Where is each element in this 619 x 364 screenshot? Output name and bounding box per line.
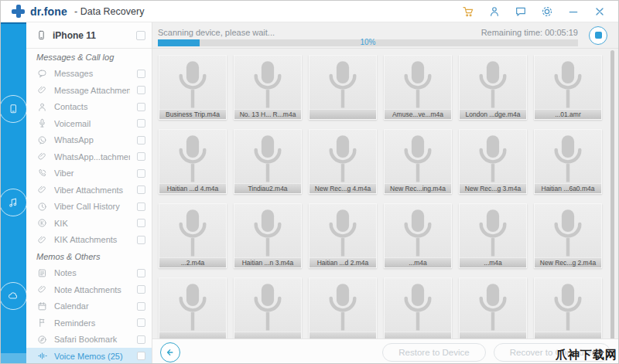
sidebar-item-notes[interactable]: Notes	[26, 265, 152, 282]
sidebar-item-kik[interactable]: KIK	[26, 215, 152, 232]
sidebar-item-viber-attachments[interactable]: Viber Attachments	[26, 182, 152, 199]
sidebar-item-kik-attachments[interactable]: KIK Attachments	[26, 232, 152, 249]
sidebar-item-viber-call-history[interactable]: Viber Call History	[26, 199, 152, 216]
sidebar-item-reminders[interactable]: Reminders	[26, 315, 152, 332]
sidebar-item-voice-memos-25[interactable]: Voice Memos (25)	[26, 348, 152, 364]
file-name: Haitian ...d 4.m4a	[159, 183, 226, 193]
file-name	[310, 332, 376, 338]
voice-memo-tile[interactable]: New Rec...g 3.m4a	[459, 129, 527, 194]
sidebar-item-safari-bookmark[interactable]: Safari Bookmark	[26, 332, 152, 349]
item-checkbox[interactable]	[137, 352, 145, 360]
voice-memo-tile[interactable]: ...m4a	[384, 203, 452, 268]
item-checkbox[interactable]	[137, 285, 145, 294]
file-name	[460, 332, 526, 338]
voice-memo-tile[interactable]: No. 13 H... R...m4a	[234, 55, 302, 120]
recover-device-icon[interactable]	[1, 95, 26, 123]
voice-memo-tile[interactable]: London ...dge.m4a	[459, 55, 527, 120]
voice-memo-tile[interactable]	[459, 277, 527, 338]
item-checkbox[interactable]	[137, 219, 145, 227]
voice-memo-tile[interactable]: New Rec...g 2.m4a	[534, 203, 602, 268]
microphone-icon	[322, 281, 364, 331]
voice-memo-tile[interactable]: Haitian ...d 2.m4a	[309, 203, 377, 268]
item-checkbox[interactable]	[137, 202, 145, 211]
sidebar-item-whatsapp[interactable]: WhatsApp	[26, 132, 152, 149]
item-checkbox[interactable]	[137, 236, 145, 244]
sidebar-item-message-attachments[interactable]: Message Attachments	[26, 82, 152, 99]
voice-memo-tile[interactable]	[309, 277, 377, 338]
file-name	[159, 332, 226, 338]
microphone-icon	[547, 133, 589, 182]
sidebar-item-calendar[interactable]: Calendar	[26, 298, 152, 315]
item-checkbox[interactable]	[137, 169, 145, 178]
voice-memo-tile[interactable]: Haitian ...d 4.m4a	[159, 129, 227, 194]
microphone-icon	[547, 281, 589, 331]
account-icon[interactable]	[487, 5, 501, 18]
item-checkbox[interactable]	[137, 119, 145, 128]
calendar-icon	[37, 301, 47, 311]
recover-icloud-icon[interactable]	[1, 282, 26, 310]
app-window: dr.fone - Data Recovery	[0, 0, 619, 364]
cart-icon[interactable]	[461, 5, 474, 18]
microphone-icon	[397, 281, 439, 331]
footer-bar: Restore to Device Recover to Computer	[152, 338, 619, 364]
sidebar-item-voicemail[interactable]: Voicemail	[26, 115, 152, 132]
microphone-icon	[322, 133, 364, 182]
voice-memo-tile[interactable]	[384, 277, 452, 338]
close-icon[interactable]	[593, 5, 606, 18]
sidebar-item-note-attachments[interactable]: Note Attachments	[26, 281, 152, 298]
microphone-icon	[172, 59, 214, 108]
item-checkbox[interactable]	[137, 152, 145, 161]
sidebar-item-viber[interactable]: Viber	[26, 165, 152, 182]
scan-status-bar: Scanning device, please wait... Remainin…	[152, 22, 619, 49]
stop-scan-button[interactable]	[589, 26, 607, 45]
voice-memo-tile[interactable]	[534, 277, 602, 338]
voice-memo-tile[interactable]	[234, 277, 302, 338]
back-button[interactable]	[160, 342, 180, 362]
item-checkbox[interactable]	[137, 136, 145, 145]
microphone-icon	[397, 59, 439, 108]
clip-icon	[37, 284, 47, 294]
item-checkbox[interactable]	[137, 302, 145, 311]
voice-memo-tile[interactable]: Amuse...ve...m4a	[384, 55, 452, 120]
item-checkbox[interactable]	[137, 318, 145, 327]
voice-memo-tile[interactable]	[309, 55, 377, 120]
microphone-icon	[172, 207, 214, 257]
item-checkbox[interactable]	[137, 70, 145, 78]
sidebar-item-messages[interactable]: Messages	[26, 66, 152, 83]
sidebar-section-header: Messages & Call log	[26, 49, 152, 66]
microphone-icon	[397, 207, 439, 257]
voice-memo-tile[interactable]: New Rec...g 4.m4a	[309, 129, 377, 194]
voice-memo-tile[interactable]: Haitian ...6a0.m4a	[534, 129, 602, 194]
voice-memo-tile[interactable]: ...m4a	[459, 203, 527, 268]
sidebar-item-whatsapp-tachments[interactable]: WhatsApp...tachments	[26, 148, 152, 165]
progress-bar: 10%	[158, 39, 578, 46]
recover-itunes-icon[interactable]	[1, 189, 26, 216]
item-checkbox[interactable]	[137, 335, 145, 344]
file-name: Haitian ...d 2.m4a	[310, 257, 376, 267]
settings-icon[interactable]	[540, 5, 553, 18]
item-checkbox[interactable]	[137, 103, 145, 111]
voice-memo-tile[interactable]	[159, 277, 227, 338]
minimize-icon[interactable]	[566, 5, 580, 18]
sidebar-item-contacts[interactable]: Contacts	[26, 99, 152, 116]
voice-memo-tile[interactable]: ...2.m4a	[159, 203, 227, 268]
voice-memo-tile[interactable]: Tindiau2.m4a	[234, 129, 302, 194]
grid-scrollbar[interactable]	[610, 50, 614, 359]
remaining-time: Remaining time: 00:05:19	[481, 28, 578, 37]
file-name: London ...dge.m4a	[460, 109, 526, 119]
scrollbar-thumb[interactable]	[610, 50, 614, 346]
voice-memo-tile[interactable]: Business Trip.m4a	[159, 55, 227, 120]
restore-to-device-button[interactable]: Restore to Device	[382, 343, 485, 362]
file-name: New Rec...ing.m4a	[385, 183, 451, 193]
device-row[interactable]: iPhone 11	[26, 22, 152, 49]
device-checkbox[interactable]	[136, 31, 145, 40]
voice-memo-tile[interactable]: New Rec...ing.m4a	[384, 129, 452, 194]
feedback-icon[interactable]	[514, 5, 527, 18]
item-checkbox[interactable]	[137, 269, 145, 277]
voice-memo-tile[interactable]: ...01.amr	[534, 55, 602, 120]
item-checkbox[interactable]	[137, 185, 145, 194]
item-checkbox[interactable]	[137, 86, 145, 94]
scan-progress-area: Scanning device, please wait... Remainin…	[152, 24, 578, 46]
microphone-icon	[322, 207, 364, 257]
voice-memo-tile[interactable]: Haitian ...n 3.m4a	[234, 203, 302, 268]
